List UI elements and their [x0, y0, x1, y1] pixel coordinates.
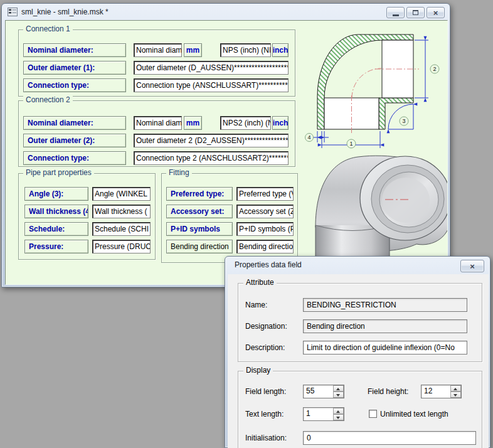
- field-height-value[interactable]: 12: [421, 385, 450, 398]
- mask-file-icon: [8, 7, 18, 17]
- label-nominal-diameter-2[interactable]: Nominal diameter:: [23, 116, 126, 130]
- dialog-titlebar[interactable]: Properties data field: [225, 257, 490, 273]
- spin-down-button[interactable]: [333, 414, 344, 420]
- label-pid-symbols[interactable]: P+ID symbols: [166, 222, 233, 236]
- field-connection-type-1[interactable]: Connection type (ANSCHLUSSART)**********…: [134, 78, 289, 92]
- label-outer-diameter-2[interactable]: Outer diameter (2):: [23, 134, 126, 147]
- designation-field[interactable]: Bending direction: [303, 319, 467, 333]
- field-nps-2[interactable]: NPS2 (inch) (N: [220, 116, 271, 130]
- field-wall-thickness[interactable]: Wall thickness (: [92, 205, 151, 218]
- label-connection-type-1[interactable]: Connection type:: [23, 78, 126, 92]
- main-window-title: sml_knie - sml_knie.msk *: [21, 8, 109, 16]
- label-schedule[interactable]: Schedule:: [24, 222, 88, 236]
- dialog-body: Attribute Name: BENDING_RESTRICTION Desi…: [228, 274, 489, 448]
- field-outer-diameter-1[interactable]: Outer diameter (D_AUSSEN)***************…: [134, 61, 289, 75]
- dialog-title: Properties data field: [235, 260, 302, 269]
- field-outer-diameter-2[interactable]: Outer diameter 2 (D2_AUSSEN)************…: [134, 134, 289, 147]
- field-accessory-set[interactable]: Accessory set (Z: [236, 205, 294, 218]
- spin-up-button[interactable]: [450, 385, 461, 392]
- field-preferred-type[interactable]: Preferred type (V: [236, 187, 294, 201]
- field-nominal-diameter-2[interactable]: Nominal diame: [134, 116, 182, 130]
- field-bending-direction[interactable]: Bending directio: [236, 240, 294, 253]
- label-wall-thickness[interactable]: Wall thickness (4): [24, 205, 88, 218]
- label-preferred-type[interactable]: Preferred type:: [166, 187, 233, 201]
- callout-4: 4: [307, 134, 310, 141]
- field-schedule[interactable]: Schedule (SCHI: [92, 222, 151, 236]
- text-length-value[interactable]: 1: [304, 408, 333, 420]
- unit-mm-1[interactable]: mm: [184, 43, 202, 57]
- field-length-label: Field length:: [245, 387, 286, 396]
- group-caption: Connection 2: [23, 95, 73, 104]
- minimize-button[interactable]: [386, 7, 405, 18]
- initialisation-field[interactable]: 0: [303, 431, 476, 445]
- label-bending-direction[interactable]: Bending direction: [166, 240, 233, 253]
- field-nominal-diameter-1[interactable]: Nominal diame: [134, 43, 182, 57]
- group-caption: Connection 1: [23, 24, 73, 33]
- label-nominal-diameter-1[interactable]: Nominal diameter:: [23, 43, 126, 57]
- mask-editor-window: sml_knie - sml_knie.msk * × Connection 1…: [1, 3, 450, 287]
- spin-down-button[interactable]: [333, 392, 344, 398]
- label-accessory-set[interactable]: Accessory set:: [166, 205, 233, 218]
- field-angle[interactable]: Angle (WINKEL: [92, 187, 151, 201]
- description-label: Description:: [245, 343, 285, 352]
- close-button[interactable]: ×: [427, 7, 445, 18]
- field-pid-symbols[interactable]: P+ID symbols (P: [236, 222, 294, 236]
- field-height-spinner[interactable]: 12: [421, 385, 462, 398]
- description-field[interactable]: Limit to direction of guideline inflexio…: [303, 341, 467, 355]
- elbow-section-drawing: 2 3 1 4: [305, 29, 448, 154]
- name-field[interactable]: BENDING_RESTRICTION: [303, 298, 467, 312]
- field-nps-1[interactable]: NPS (inch) (NI: [220, 43, 271, 57]
- field-length-value[interactable]: 55: [304, 385, 333, 398]
- minimize-icon: [393, 14, 399, 16]
- text-length-spinner[interactable]: 1: [303, 407, 344, 421]
- text-length-label: Text length:: [245, 410, 284, 419]
- label-outer-diameter-1[interactable]: Outer diameter (1):: [23, 61, 126, 75]
- unlimited-text-length-label: Unlimited text length: [380, 410, 448, 419]
- field-height-label: Field height:: [368, 387, 408, 396]
- group-caption: Attribute: [243, 278, 277, 287]
- properties-dialog: Properties data field × Attribute Name: …: [225, 256, 490, 448]
- unit-mm-2[interactable]: mm: [184, 116, 202, 130]
- spin-down-button[interactable]: [450, 392, 461, 398]
- callout-2: 2: [433, 66, 436, 72]
- unlimited-text-length-checkbox[interactable]: [369, 410, 377, 418]
- name-label: Name:: [245, 301, 267, 309]
- initialisation-label: Initialisation:: [245, 434, 287, 442]
- mask-canvas: Connection 1 Nominal diameter: Nominal d…: [5, 20, 448, 285]
- label-angle[interactable]: Angle (3):: [24, 187, 88, 201]
- callout-3: 3: [402, 118, 405, 124]
- dialog-close-button[interactable]: ×: [460, 260, 484, 272]
- close-icon: ×: [433, 9, 438, 17]
- label-connection-type-2[interactable]: Connection type:: [23, 151, 126, 165]
- spin-up-button[interactable]: [333, 385, 344, 392]
- callout-1: 1: [349, 141, 353, 147]
- designation-label: Designation:: [245, 322, 287, 331]
- field-length-spinner[interactable]: 55: [303, 385, 344, 398]
- main-titlebar[interactable]: sml_knie - sml_knie.msk *: [2, 4, 450, 20]
- field-connection-type-2[interactable]: Connection type 2 (ANSCHLUSSART2)*******…: [134, 151, 289, 165]
- close-icon: ×: [470, 262, 475, 270]
- spin-up-button[interactable]: [333, 408, 344, 414]
- group-caption: Fitting: [166, 168, 192, 177]
- label-pressure[interactable]: Pressure:: [24, 240, 88, 253]
- restore-icon: [413, 10, 418, 15]
- restore-button[interactable]: [406, 7, 425, 18]
- group-caption: Pipe part properties: [23, 168, 94, 177]
- unit-inch-1[interactable]: inch: [272, 43, 289, 57]
- field-pressure[interactable]: Pressure (DRUC: [92, 240, 151, 253]
- unit-inch-2[interactable]: inch: [272, 116, 289, 130]
- elbow-3d-preview: [300, 155, 448, 270]
- group-caption: Display: [243, 366, 273, 375]
